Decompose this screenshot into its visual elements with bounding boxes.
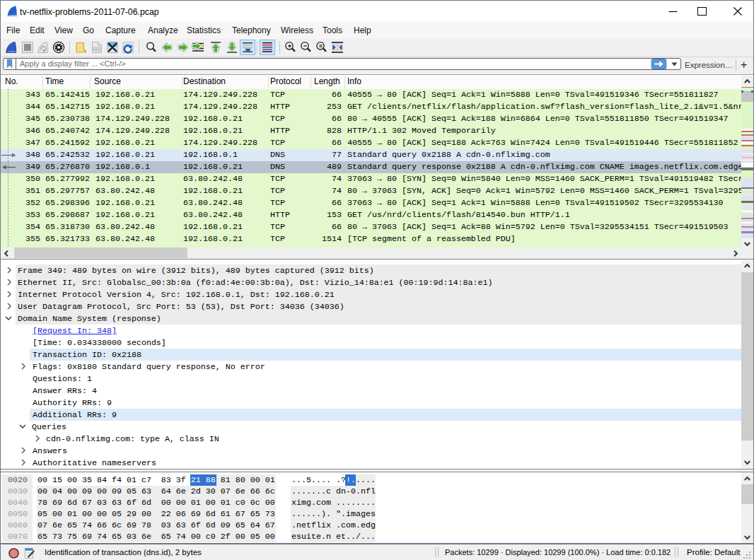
svg-text:010: 010 [94, 47, 100, 51]
